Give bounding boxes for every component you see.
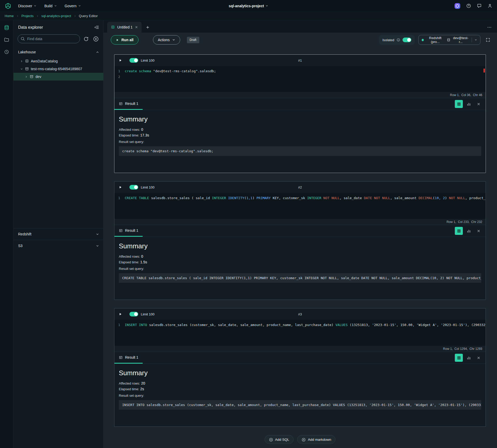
- chevron-down-icon: [78, 4, 81, 7]
- code-editor[interactable]: 1CREATE TABLE salesdb.store_sales ( sale…: [114, 193, 486, 219]
- add-markdown-button[interactable]: Add markdown: [297, 435, 335, 444]
- redshift-section-header[interactable]: Redshift: [13, 228, 103, 240]
- run-all-label: Run all: [121, 38, 134, 42]
- tree-item-awsdatacatalog[interactable]: AwsDataCatalog: [13, 57, 103, 65]
- lakehouse-section-header[interactable]: Lakehouse: [13, 47, 103, 57]
- run-cell-button[interactable]: [119, 312, 122, 316]
- menu-discover[interactable]: Discover: [18, 4, 36, 8]
- limit-label: Limit 100: [141, 185, 155, 189]
- tree-item-test-rms-catalog[interactable]: test-rms-catalog-654654189807: [13, 65, 103, 73]
- chevron-down-icon: [96, 233, 99, 236]
- add-sql-button[interactable]: Add SQL: [265, 435, 294, 444]
- menu-govern[interactable]: Govern: [65, 4, 81, 8]
- close-result-button[interactable]: [474, 100, 483, 108]
- cell-header: Limit 100 #2: [114, 182, 486, 193]
- chevron-right-icon: [74, 15, 76, 17]
- close-result-button[interactable]: [474, 354, 483, 362]
- cell-number: #1: [298, 59, 302, 62]
- notebook-icon: [111, 25, 115, 29]
- new-tab-button[interactable]: [142, 22, 154, 33]
- limit-toggle[interactable]: [129, 185, 138, 190]
- help-icon[interactable]: [466, 3, 471, 8]
- data-explorer-panel: Data explorer Lakehouse: [13, 20, 104, 448]
- history-rail-icon[interactable]: [4, 49, 9, 55]
- result-summary: Summary Affected rows:0 Elapsed time:17.…: [114, 110, 486, 173]
- s3-label: S3: [18, 244, 23, 248]
- data-explorer-rail-icon[interactable]: [4, 25, 9, 30]
- feedback-icon[interactable]: [477, 3, 482, 8]
- breadcrumb-project[interactable]: sql-analytics-project: [41, 14, 71, 18]
- chart-view-button[interactable]: [465, 227, 473, 235]
- files-rail-icon[interactable]: [4, 37, 9, 42]
- summary-title: Summary: [119, 115, 481, 123]
- result-query: INSERT INTO salesdb.store_sales (custome…: [119, 400, 481, 410]
- connection-secondary-label: dev@test-r...: [452, 36, 469, 44]
- editor-status-bar: Row 1, Col 1294, Chr 1293: [114, 346, 486, 352]
- breadcrumb-projects[interactable]: Projects: [21, 14, 34, 18]
- icon-rail: [0, 20, 13, 448]
- database-icon: [30, 75, 34, 79]
- result-tab-label: Result 1: [125, 228, 138, 233]
- info-icon[interactable]: [397, 38, 400, 42]
- run-all-button[interactable]: Run all: [111, 35, 138, 45]
- chart-view-button[interactable]: [465, 100, 473, 108]
- table-icon: [119, 102, 123, 106]
- tree-item-dev[interactable]: dev: [13, 73, 103, 81]
- code-editor[interactable]: 1INSERT INTO salesdb.store_sales (custom…: [114, 320, 486, 346]
- connection-primary-label: Redshift (pro...: [426, 36, 445, 44]
- result-query: create schema "dev@test-rms-catalog".sal…: [119, 146, 481, 156]
- fullscreen-icon[interactable]: [486, 38, 490, 42]
- tab-untitled-1[interactable]: Untitled 1: [107, 22, 142, 33]
- tab-title: Untitled 1: [117, 25, 133, 29]
- affected-rows: Affected rows:0: [119, 127, 481, 132]
- result-tab[interactable]: Result 1: [114, 225, 143, 237]
- collapse-panel-icon[interactable]: [94, 25, 99, 30]
- sql-cell-1: Limit 100 #1 1create schema "dev@test-rm…: [114, 54, 486, 173]
- project-selector[interactable]: sql-analytics-project: [229, 4, 268, 8]
- sql-cell-3: Limit 100 #3 1INSERT INTO salesdb.store_…: [114, 308, 486, 427]
- code-editor[interactable]: 1create schema "dev@test-rms-catalog".sa…: [114, 66, 486, 92]
- menu-build[interactable]: Build: [44, 4, 57, 8]
- table-view-button[interactable]: [455, 227, 463, 235]
- close-tab-icon[interactable]: [135, 26, 138, 29]
- connection-selector[interactable]: Redshift (pro... dev@test-r...: [418, 35, 480, 45]
- result-tab-label: Result 1: [125, 102, 138, 106]
- more-options-button[interactable]: [482, 22, 497, 33]
- catalog-icon: [25, 67, 29, 71]
- table-view-button[interactable]: [455, 354, 463, 362]
- database-icon: [447, 38, 450, 42]
- breadcrumb-home[interactable]: Home: [5, 14, 14, 18]
- chevron-right-icon: [16, 15, 19, 17]
- table-view-button[interactable]: [455, 100, 463, 108]
- limit-toggle[interactable]: [129, 312, 138, 316]
- draft-badge: Draft: [187, 37, 199, 43]
- cell-header: Limit 100 #1: [114, 55, 486, 66]
- run-cell-button[interactable]: [119, 185, 122, 189]
- add-data-icon[interactable]: [92, 35, 100, 43]
- user-profile-icon[interactable]: [487, 3, 492, 8]
- chevron-down-icon: [172, 38, 175, 41]
- s3-section-header[interactable]: S3: [13, 240, 103, 251]
- app-logo-icon[interactable]: [5, 3, 11, 9]
- refresh-icon[interactable]: [82, 35, 90, 43]
- chevron-down-icon: [34, 4, 36, 7]
- limit-label: Limit 100: [141, 59, 155, 62]
- limit-toggle[interactable]: [129, 58, 138, 63]
- actions-button[interactable]: Actions: [153, 35, 180, 45]
- isolated-toggle[interactable]: [403, 38, 411, 42]
- plus-circle-icon: [302, 438, 306, 442]
- add-markdown-label: Add markdown: [308, 438, 331, 442]
- chart-view-button[interactable]: [465, 354, 473, 362]
- result-tab[interactable]: Result 1: [114, 352, 143, 364]
- search-input[interactable]: [18, 34, 80, 43]
- main-menu: Discover Build Govern: [18, 4, 81, 8]
- run-cell-button[interactable]: [119, 59, 122, 62]
- summary-title: Summary: [119, 242, 481, 250]
- amazon-q-icon[interactable]: [454, 3, 461, 9]
- result-tab[interactable]: Result 1: [114, 98, 143, 110]
- cell-header: Limit 100 #3: [114, 308, 486, 320]
- chevron-right-icon: [25, 75, 28, 78]
- close-result-button[interactable]: [474, 227, 483, 235]
- summary-title: Summary: [119, 369, 481, 377]
- cell-number: #2: [298, 185, 302, 189]
